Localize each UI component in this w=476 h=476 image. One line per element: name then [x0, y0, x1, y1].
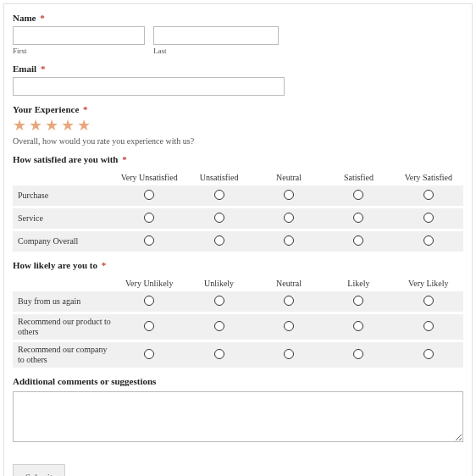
likelihood-header: Very Unlikely Unlikely Neutral Likely Ve…: [13, 275, 463, 291]
name-section: Name * First Last: [13, 13, 463, 55]
radio-input[interactable]: [423, 235, 434, 246]
matrix-row: Service: [13, 208, 463, 229]
radio-input[interactable]: [423, 296, 434, 306]
email-section: Email *: [13, 64, 463, 96]
experience-section: Your Experience * ★ ★ ★ ★ ★ Overall, how…: [13, 104, 463, 146]
required-asterisk: *: [83, 104, 88, 114]
comments-label: Additional comments or suggestions: [13, 376, 463, 386]
experience-label-text: Your Experience: [13, 104, 79, 114]
col-head: Neutral: [254, 169, 324, 185]
matrix-row: Buy from us again: [13, 291, 463, 312]
experience-helper: Overall, how would you rate you experien…: [13, 136, 463, 146]
radio-input[interactable]: [284, 321, 294, 331]
satisfaction-matrix: Very Unsatisfied Unsatisfied Neutral Sat…: [13, 169, 463, 252]
textarea-wrap: [13, 391, 463, 444]
email-label: Email *: [13, 64, 463, 74]
radio-input[interactable]: [353, 321, 363, 331]
row-label: Buy from us again: [13, 296, 114, 307]
header-spacer: [13, 275, 114, 291]
matrix-row: Recommend our product to others: [13, 314, 463, 340]
submit-button[interactable]: Submit: [13, 464, 65, 476]
header-spacer: [13, 169, 114, 185]
likelihood-label: How likely are you to *: [13, 260, 463, 270]
first-name-input[interactable]: [13, 26, 145, 45]
radio-input[interactable]: [144, 349, 154, 359]
radio-input[interactable]: [423, 190, 434, 200]
col-head: Unsatisfied: [184, 169, 253, 185]
col-head: Very Unlikely: [114, 275, 184, 291]
radio-input[interactable]: [144, 190, 154, 200]
comments-textarea[interactable]: [13, 391, 463, 442]
col-head: Neutral: [254, 275, 324, 291]
matrix-row: Recommend our company to others: [13, 342, 463, 368]
satisfaction-label: How satisfied are you with *: [13, 154, 463, 164]
col-head: Very Unsatisfied: [114, 169, 184, 185]
col-head: Very Satisfied: [394, 169, 463, 185]
radio-input[interactable]: [144, 213, 154, 223]
radio-input[interactable]: [284, 349, 294, 359]
star-rating: ★ ★ ★ ★ ★: [13, 118, 463, 133]
survey-form: Name * First Last Email * Your Experienc…: [3, 3, 473, 476]
comments-section: Additional comments or suggestions: [13, 376, 463, 444]
required-asterisk: *: [41, 64, 46, 74]
col-head: Likely: [324, 275, 393, 291]
radio-input[interactable]: [284, 235, 294, 246]
radio-input[interactable]: [353, 213, 363, 223]
star-icon[interactable]: ★: [61, 118, 75, 133]
radio-input[interactable]: [284, 213, 294, 223]
first-sublabel: First: [13, 47, 145, 55]
radio-input[interactable]: [144, 235, 154, 246]
email-input[interactable]: [13, 77, 285, 96]
radio-input[interactable]: [284, 190, 294, 200]
radio-input[interactable]: [353, 296, 363, 306]
likelihood-matrix: Very Unlikely Unlikely Neutral Likely Ve…: [13, 275, 463, 368]
radio-input[interactable]: [214, 296, 224, 306]
radio-input[interactable]: [144, 321, 154, 331]
radio-input[interactable]: [423, 213, 434, 223]
row-label: Company Overall: [13, 236, 114, 246]
first-name-col: First: [13, 26, 145, 55]
last-sublabel: Last: [153, 47, 279, 55]
star-icon[interactable]: ★: [45, 118, 58, 133]
radio-input[interactable]: [214, 321, 224, 331]
row-label: Recommend our product to others: [13, 317, 114, 337]
radio-input[interactable]: [353, 349, 363, 359]
row-label: Purchase: [13, 191, 114, 201]
radio-input[interactable]: [423, 349, 434, 359]
required-asterisk: *: [122, 154, 127, 164]
satisfaction-label-text: How satisfied are you with: [13, 154, 118, 164]
matrix-row: Purchase: [13, 185, 463, 206]
star-icon[interactable]: ★: [29, 118, 42, 133]
star-icon[interactable]: ★: [13, 118, 26, 133]
col-head: Unlikely: [184, 275, 253, 291]
last-name-col: Last: [153, 26, 279, 55]
row-label: Recommend our company to others: [13, 345, 114, 365]
name-row: First Last: [13, 26, 463, 55]
satisfaction-header: Very Unsatisfied Unsatisfied Neutral Sat…: [13, 169, 463, 185]
radio-input[interactable]: [214, 190, 224, 200]
experience-label: Your Experience *: [13, 104, 463, 114]
radio-input[interactable]: [423, 321, 434, 331]
likelihood-label-text: How likely are you to: [13, 260, 97, 270]
radio-input[interactable]: [214, 235, 224, 246]
likelihood-section: How likely are you to * Very Unlikely Un…: [13, 260, 463, 368]
col-head: Very Likely: [394, 275, 463, 291]
star-icon[interactable]: ★: [77, 118, 91, 133]
name-label-text: Name: [13, 13, 36, 23]
name-label: Name *: [13, 13, 463, 23]
matrix-row: Company Overall: [13, 231, 463, 252]
email-label-text: Email: [13, 64, 36, 74]
col-head: Satisfied: [324, 169, 393, 185]
last-name-input[interactable]: [153, 26, 279, 45]
radio-input[interactable]: [284, 296, 294, 306]
satisfaction-section: How satisfied are you with * Very Unsati…: [13, 154, 463, 252]
required-asterisk: *: [102, 260, 107, 270]
radio-input[interactable]: [353, 235, 363, 246]
required-asterisk: *: [40, 13, 45, 23]
radio-input[interactable]: [214, 213, 224, 223]
radio-input[interactable]: [144, 296, 154, 306]
row-label: Service: [13, 213, 114, 224]
radio-input[interactable]: [353, 190, 363, 200]
radio-input[interactable]: [214, 349, 224, 359]
